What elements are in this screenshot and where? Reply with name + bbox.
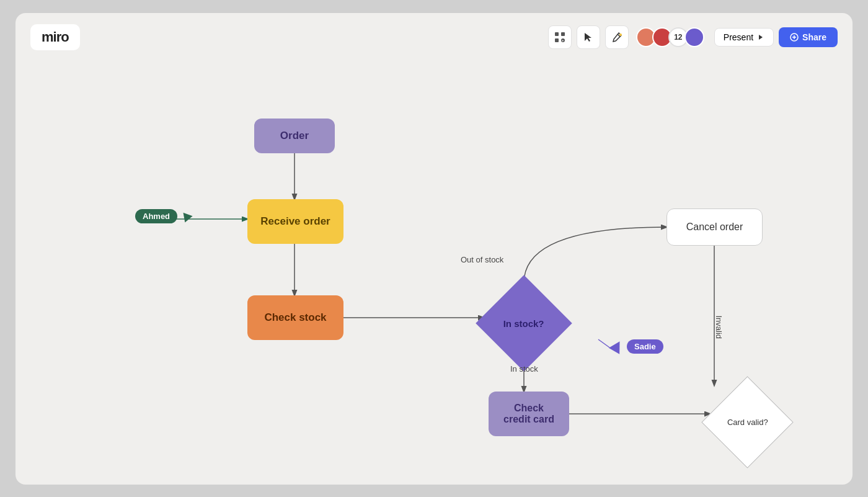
label-in-stock: In stock [510, 364, 538, 374]
share-button[interactable]: Share [779, 27, 838, 47]
node-check-stock[interactable]: Check stock [247, 295, 343, 340]
logo[interactable]: miro [30, 24, 80, 50]
user-badge-sadie: Sadie [611, 339, 663, 354]
toolbar-right: + 12 [548, 25, 838, 49]
grid-icon-button[interactable]: + [548, 25, 572, 49]
toolbar: miro + [16, 24, 852, 50]
svg-rect-0 [555, 32, 559, 36]
avatars-group: 12 [636, 27, 704, 47]
avatar-3 [684, 27, 704, 47]
svg-rect-1 [561, 32, 565, 36]
present-button[interactable]: Present [714, 28, 774, 47]
svg-line-14 [598, 339, 609, 347]
pen-icon-button[interactable] [605, 25, 629, 49]
svg-text:+: + [562, 38, 564, 42]
label-invalid: Invalid [714, 315, 724, 339]
user-cursor-sadie [609, 338, 625, 354]
cursor-icon-button[interactable] [577, 25, 600, 49]
canvas: miro + [16, 13, 852, 485]
node-cancel-order[interactable]: Cancel order [666, 208, 763, 246]
svg-point-5 [619, 34, 622, 36]
user-label-sadie: Sadie [627, 339, 663, 354]
user-cursor-ahmed [179, 209, 192, 222]
svg-rect-2 [555, 38, 559, 42]
diamond-card-valid[interactable]: Card valid? [710, 385, 784, 460]
diamond-in-stock[interactable]: In stock? [484, 283, 564, 364]
node-order[interactable]: Order [254, 119, 335, 153]
user-badge-ahmed: Ahmed [135, 209, 191, 223]
user-label-ahmed: Ahmed [135, 209, 177, 223]
label-out-of-stock: Out of stock [461, 255, 503, 264]
node-check-credit-card[interactable]: Check credit card [489, 392, 569, 436]
node-receive-order[interactable]: Receive order [247, 199, 343, 244]
